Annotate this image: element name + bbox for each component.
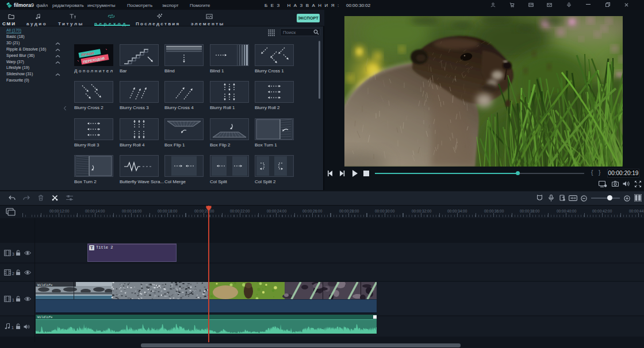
svg-text:Wildlife: Wildlife <box>37 283 52 287</box>
